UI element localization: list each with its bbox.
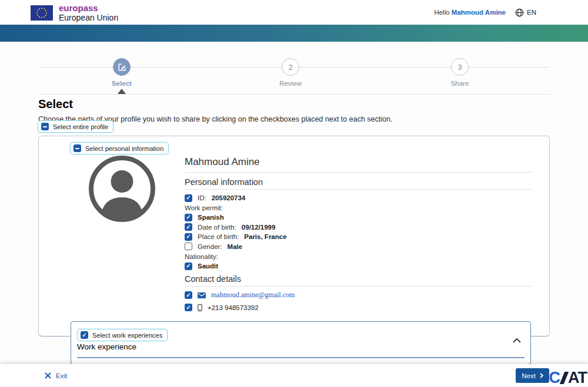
nationality-value: Saudit xyxy=(198,263,218,270)
row-phone: +213 948573392 xyxy=(185,303,533,312)
europass-logo[interactable]: europass European Union xyxy=(31,4,118,22)
top-header: europass European Union Hello Mahmoud Am… xyxy=(0,0,588,25)
exit-button[interactable]: Exit xyxy=(45,364,67,387)
person-name: Mahmoud Amine xyxy=(185,156,533,173)
edit-icon xyxy=(118,63,126,72)
email-icon xyxy=(198,292,206,298)
language-code: EN xyxy=(527,9,536,16)
work-experiences-toggle-label: Select work experiences xyxy=(92,332,162,339)
greeting-prefix: Hello xyxy=(434,9,449,16)
page-title: Select xyxy=(38,97,73,111)
row-id: ID: 205920734 xyxy=(185,194,533,202)
phone-checkbox[interactable] xyxy=(185,304,192,311)
select-entire-profile-toggle[interactable]: Select entire profile xyxy=(38,120,113,133)
step-review[interactable]: 2 Review xyxy=(267,58,314,87)
place-of-birth-value: Paris, France xyxy=(244,233,286,240)
brand-name: europass xyxy=(59,4,118,13)
gradient-banner xyxy=(0,25,588,42)
exit-label: Exit xyxy=(56,372,67,379)
europass-share-profile-page: europass European Union Hello Mahmoud Am… xyxy=(0,0,588,387)
nationality-label: Nationality: xyxy=(185,253,218,260)
id-label: ID: xyxy=(198,194,206,201)
row-date-of-birth: Date of birth: 09/12/1999 xyxy=(185,223,533,231)
contact-details-heading: Contact details xyxy=(185,274,533,287)
place-of-birth-checkbox[interactable] xyxy=(185,233,192,241)
entire-profile-label: Select entire profile xyxy=(53,123,108,130)
row-nationality: Nationality: xyxy=(185,253,533,261)
email-link[interactable]: mahmoud.amine@gmail.com xyxy=(211,291,295,299)
profile-details-column: Mahmoud Amine Personal information ID: 2… xyxy=(185,156,533,315)
work-card-divider xyxy=(77,357,524,358)
work-experience-heading: Work experience xyxy=(77,342,136,351)
watermark-c: C xyxy=(549,369,560,386)
step-select-label: Select xyxy=(98,80,145,87)
row-work-permit: Work permit: xyxy=(185,204,533,212)
close-icon xyxy=(45,372,51,379)
header-right: Hello Mahmoud Amine EN xyxy=(434,0,536,25)
entire-profile-checkbox[interactable] xyxy=(41,123,49,130)
step-review-label: Review xyxy=(267,80,314,87)
date-of-birth-label: Date of birth: xyxy=(198,224,236,231)
work-permit-checkbox[interactable] xyxy=(185,214,192,221)
chevron-right-icon xyxy=(540,373,543,378)
select-work-experiences-toggle[interactable]: Select work experiences xyxy=(77,329,168,341)
active-step-caret xyxy=(118,89,126,94)
place-of-birth-label: Place of birth: xyxy=(198,233,239,240)
avatar-placeholder xyxy=(89,156,155,222)
eu-flag-icon xyxy=(31,5,53,21)
phone-value: +213 948573392 xyxy=(208,304,259,311)
gender-value: Male xyxy=(228,243,243,250)
step-share-circle: 3 xyxy=(451,58,469,76)
personal-information-heading: Personal information xyxy=(185,177,533,190)
work-experience-card: Select work experiences Work experience xyxy=(71,321,531,365)
row-place-of-birth: Place of birth: Paris, France xyxy=(185,233,533,241)
row-gender: Gender: Male xyxy=(185,243,533,251)
wizard-footer: Exit Next xyxy=(0,364,588,387)
cvat-watermark-logo: C AT xyxy=(549,368,587,386)
collapse-section-button[interactable] xyxy=(512,335,522,346)
work-permit-label: Work permit: xyxy=(185,204,223,211)
next-button[interactable]: Next xyxy=(516,368,549,383)
personal-information-checkbox[interactable] xyxy=(74,144,81,152)
step-share-label: Share xyxy=(436,80,483,87)
step-share[interactable]: 3 Share xyxy=(436,58,483,87)
step-review-circle: 2 xyxy=(282,58,299,76)
date-of-birth-checkbox[interactable] xyxy=(185,223,192,231)
email-checkbox[interactable] xyxy=(185,291,192,299)
row-email: mahmoud.amine@gmail.com xyxy=(185,291,533,299)
section-divider xyxy=(38,94,550,95)
id-value: 205920734 xyxy=(212,194,246,201)
brand-subtitle: European Union xyxy=(59,13,118,22)
next-label: Next xyxy=(522,372,536,379)
user-greeting[interactable]: Hello Mahmoud Amine xyxy=(434,9,506,16)
step-select-circle xyxy=(113,58,131,76)
globe-icon xyxy=(515,8,524,17)
step-select[interactable]: Select xyxy=(98,58,145,87)
personal-information-card: Select personal information Mahmoud Amin… xyxy=(38,136,550,336)
watermark-at: AT xyxy=(568,369,587,386)
watermark-v-slash xyxy=(560,372,569,384)
mobile-icon xyxy=(198,304,202,311)
date-of-birth-value: 09/12/1999 xyxy=(242,224,276,231)
gender-label: Gender: xyxy=(198,243,222,250)
gender-checkbox[interactable] xyxy=(185,243,192,250)
wizard-stepper: Select 2 Review 3 Share xyxy=(38,42,550,96)
work-permit-value: Spanish xyxy=(198,214,224,221)
language-switcher[interactable]: EN xyxy=(515,8,536,17)
select-personal-information-toggle[interactable]: Select personal information xyxy=(70,142,169,154)
nationality-checkbox[interactable] xyxy=(185,263,192,270)
row-nationality-value: Saudit xyxy=(185,262,533,270)
personal-information-toggle-label: Select personal information xyxy=(85,145,163,152)
brand-text: europass European Union xyxy=(59,4,118,22)
row-work-permit-value: Spanish xyxy=(185,213,533,221)
id-checkbox[interactable] xyxy=(185,194,192,202)
user-name: Mahmoud Amine xyxy=(452,9,506,16)
chevron-up-icon xyxy=(513,338,521,343)
work-experiences-checkbox[interactable] xyxy=(81,331,88,339)
